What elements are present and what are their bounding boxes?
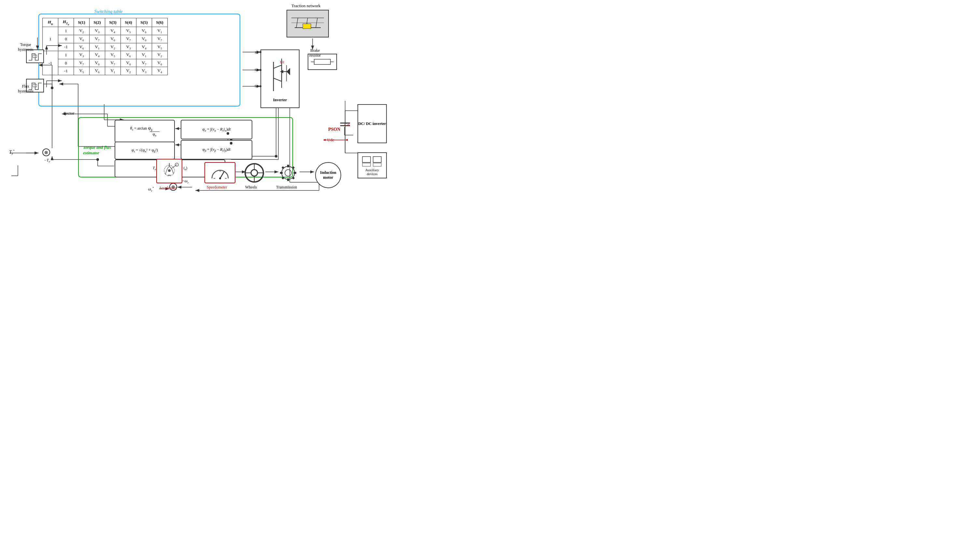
col-header-s6: S(6) [152, 18, 168, 27]
col-header-s4: S(4) [121, 18, 137, 27]
cell-6-6: V4 [152, 67, 168, 75]
svg-point-116 [219, 177, 221, 179]
hte-m1-0: 0 [58, 59, 74, 67]
hte-m1-m1: -1 [58, 67, 74, 75]
table-row: 0 V0 V7 V0 V7 V0 V7 [43, 35, 168, 43]
cell-1-1: V2 [74, 27, 89, 35]
phi-s-equation-box: φs = √(φα² + φβ²) [115, 142, 175, 159]
table-row: -1 V5 V6 V1 V2 V3 V4 [43, 67, 168, 75]
cell-2-5: V0 [137, 35, 152, 43]
theta-equation-text: θs = arctan φβ φα [130, 125, 159, 137]
capacitor-cd [339, 101, 352, 154]
hte-1-1: 1 [58, 27, 74, 35]
cell-4-4: V6 [121, 51, 137, 59]
col-header-s5: S(5) [137, 18, 152, 27]
cell-3-5: V4 [137, 43, 152, 51]
svg-point-123 [168, 169, 170, 172]
dcdc-label: DC/ DC inverter [358, 121, 386, 126]
sector-label: Sector [64, 111, 74, 116]
switching-table: Hφ HTe S(1) S(2) S(3) S(4) S(5) S(6) 1 1… [42, 18, 168, 75]
col-header-s2: S(2) [89, 18, 105, 27]
traction-network-label: Traction network [291, 3, 320, 8]
cell-2-6: V7 [152, 35, 168, 43]
cell-4-6: V2 [152, 51, 168, 59]
svg-rect-95 [363, 157, 371, 162]
hte-m1-1: 1 [58, 51, 74, 59]
table-row: -1 1 V3 V4 V5 V6 V1 V2 [43, 51, 168, 59]
svg-rect-103 [280, 172, 283, 174]
col-header-hte: HTe [58, 18, 74, 27]
flux-hysteresis-label: Fluxhysteresis [18, 84, 33, 94]
cell-5-5: V7 [137, 59, 152, 67]
dcdc-box: DC/ DC inverter [358, 104, 387, 143]
svg-line-78 [274, 65, 282, 68]
cell-1-4: V5 [121, 27, 137, 35]
transmission-label: Transmission [276, 185, 297, 190]
table-row: -1 V6 V1 V2 V3 V4 V5 [43, 43, 168, 51]
svg-rect-101 [287, 165, 289, 167]
cell-1-5: V6 [137, 27, 152, 35]
omega-r-label: −ωr [182, 178, 189, 184]
cell-5-6: V0 [152, 59, 168, 67]
cell-2-3: V0 [105, 35, 121, 43]
hphi-m1: -1 [43, 51, 58, 75]
svg-rect-106 [292, 166, 294, 169]
cell-6-3: V1 [105, 67, 121, 75]
sb-label: Sb [255, 68, 259, 72]
cell-1-2: V3 [89, 27, 105, 35]
inverter-label: Inverter [273, 98, 287, 103]
hte-1-0: 0 [58, 35, 74, 43]
torque-hysteresis-label: Torquehysteresis [18, 42, 33, 52]
cell-6-1: V5 [74, 67, 89, 75]
cell-1-3: V4 [105, 27, 121, 35]
cell-3-4: V3 [121, 43, 137, 51]
brake-resistor-label: Brakeresistor [309, 48, 321, 58]
svg-rect-104 [294, 172, 296, 174]
cell-3-1: V6 [74, 43, 89, 51]
svg-rect-105 [281, 166, 284, 169]
col-header-s3: S(3) [105, 18, 121, 27]
cell-5-4: V0 [121, 59, 137, 67]
inverter-box: Inverter [261, 49, 299, 108]
cell-5-1: V7 [74, 59, 89, 67]
svg-line-115 [220, 171, 224, 178]
svg-rect-98 [373, 163, 381, 166]
induction-motor-box: Inductionmotor [315, 162, 341, 188]
omega-r-star-label: ωr* [148, 186, 154, 193]
cell-6-4: V2 [121, 67, 137, 75]
svg-marker-86 [286, 68, 290, 75]
sa-label: Sa [255, 51, 258, 54]
col-header-s1: S(1) [74, 18, 89, 27]
hte-1-m1: -1 [58, 43, 74, 51]
estimator-label: Torque and fluxestimator [83, 145, 111, 156]
speedometer-box [204, 162, 235, 183]
cell-6-5: V3 [137, 67, 152, 75]
udc-label: Udc [327, 137, 334, 143]
svg-line-79 [274, 78, 282, 81]
phi-beta-equation-box: φβ = ∫(vβ − Rsiβ)dt [181, 140, 252, 159]
cell-6-2: V6 [89, 67, 105, 75]
cell-4-5: V1 [137, 51, 152, 59]
cell-5-3: V7 [105, 59, 121, 67]
cell-4-3: V5 [105, 51, 121, 59]
cell-2-2: V7 [89, 35, 105, 43]
wheels-box [243, 162, 265, 183]
svg-point-110 [251, 170, 258, 176]
theta-equation-box: θs = arctan φβ φα [115, 120, 175, 143]
diagram-container: Switching table Hφ HTe S(1) S(2) S(3) S(… [0, 0, 391, 216]
cell-4-1: V3 [74, 51, 89, 59]
svg-rect-97 [363, 163, 371, 166]
auxiliary-devices-box: Auxiliarydevices [358, 152, 387, 178]
sc-label: Sc [255, 84, 258, 88]
accelerator-label: Accelerator [159, 186, 177, 191]
table-row: 1 1 V2 V3 V4 V5 V6 V1 [43, 27, 168, 35]
svg-rect-107 [281, 177, 284, 179]
induction-motor-label: Inductionmotor [320, 170, 336, 180]
cell-3-3: V2 [105, 43, 121, 51]
te-star-label: Te* [9, 149, 14, 155]
svg-rect-102 [287, 178, 289, 181]
accelerator-box [156, 159, 182, 183]
phi-alpha-equation-box: φα = ∫(vα − Rsiα)dt [181, 120, 252, 139]
phi-beta-equation-text: φβ = ∫(vβ − Rsiβ)dt [202, 147, 231, 152]
phi-alpha-equation-text: φα = ∫(vα − Rsiα)dt [202, 127, 231, 132]
